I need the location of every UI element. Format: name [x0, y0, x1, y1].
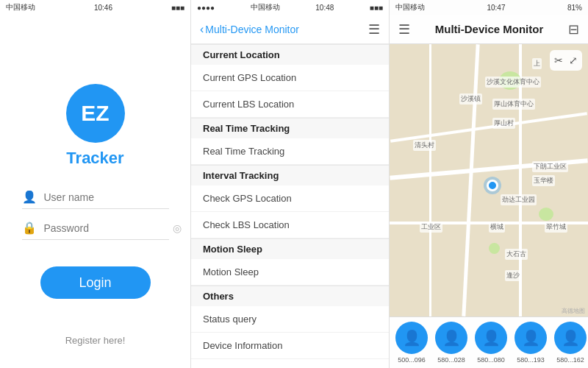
scissors-icon[interactable]: ✂ [554, 54, 563, 66]
menu-item-3-0[interactable]: Motion Sleep [191, 259, 389, 286]
app-logo: EZ [66, 84, 125, 143]
time-menu: 10:48 [315, 4, 334, 12]
map-label-10: 翠竹城 [545, 222, 567, 233]
expand-icon[interactable]: ⤢ [569, 54, 578, 66]
menu-section-header-0: Current Location [191, 44, 389, 65]
map-label-5: 玉华楼 [532, 175, 555, 186]
battery-menu: ■■■ [370, 4, 383, 12]
green-area-3 [489, 243, 500, 254]
menu-item-4-0[interactable]: Status query [191, 306, 389, 333]
carrier-map: 中国移动 [395, 2, 425, 13]
map-panel: 中国移动 10:47 81% ☰ Multi-Device Monitor ⊟ … [390, 0, 588, 368]
status-bar-login: 中国移动 10:46 ■■■ [0, 0, 190, 15]
menu-item-1-0[interactable]: Real Time Tracking [191, 138, 389, 165]
battery-map: 81% [567, 4, 582, 12]
lock-icon: 🔒 [22, 221, 37, 235]
menu-item-0-0[interactable]: Current GPS Location [191, 65, 389, 91]
avatar-label-0: 500...096 [398, 356, 426, 364]
avatar-icon-1: 👤 [435, 322, 467, 354]
status-bar-map: 中国移动 10:47 81% [390, 0, 588, 15]
map-label-2: 厚山村 [492, 118, 515, 129]
avatar-icon-0: 👤 [395, 322, 428, 354]
user-icon: 👤 [22, 190, 37, 204]
logo-text: EZ [81, 101, 109, 126]
menu-panel: ●●●● 中国移动 10:48 ■■■ ‹ Multi-Device Monit… [191, 0, 390, 368]
back-button[interactable]: ‹ Multi-Device Monitor [200, 23, 299, 36]
username-input[interactable] [44, 191, 173, 203]
app-name: Tracker [66, 149, 123, 168]
time-login: 10:46 [94, 4, 112, 12]
location-marker [487, 180, 498, 191]
map-label-6: 劲达工业园 [501, 194, 537, 205]
avatar-label-3: 580...193 [517, 356, 545, 364]
menu-section-header-4: Others [191, 286, 389, 306]
map-label-8: 横城 [489, 222, 505, 233]
time-map: 10:47 [487, 4, 505, 12]
password-row: 🔒 ◎ [22, 221, 169, 240]
map-label-3: 沙溪镇 [459, 93, 482, 105]
avatar-icon-4: 👤 [554, 322, 587, 354]
avatar-item-1[interactable]: 👤580...028 [435, 322, 467, 364]
map-label-1: 厚山体育中心 [492, 99, 535, 110]
road-v3 [429, 44, 431, 316]
avatar-label-2: 580...080 [477, 356, 505, 364]
menu-item-2-1[interactable]: Check LBS Location [191, 212, 389, 238]
menu-section-header-1: Real Time Tracking [191, 118, 389, 138]
menu-item-0-1[interactable]: Current LBS Location [191, 91, 389, 118]
menu-list-icon[interactable]: ☰ [368, 21, 380, 38]
login-panel: 中国移动 10:46 ■■■ EZ Tracker 👤 🔒 ◎ Login Re… [0, 0, 191, 368]
green-area-2 [539, 208, 553, 221]
map-label-12: 下朗工业区 [532, 161, 568, 172]
map-label-9: 大石古 [505, 249, 528, 260]
carrier-menu: 中国移动 [251, 2, 280, 13]
map-container[interactable]: 沙溪文化体育中心厚山体育中心厚山村沙溪镇清头村玉华楼劲达工业园工业区横城大石古翠… [390, 44, 588, 316]
menu-section-header-3: Motion Sleep [191, 238, 389, 259]
map-watermark: 高德地图 [562, 307, 585, 315]
avatar-icon-3: 👤 [514, 322, 547, 354]
password-input[interactable] [44, 222, 173, 234]
list-view-icon[interactable]: ⊟ [568, 21, 579, 38]
hamburger-icon[interactable]: ☰ [398, 21, 410, 38]
map-label-13: 上 [532, 58, 542, 69]
menu-list: Current LocationCurrent GPS LocationCurr… [191, 44, 389, 368]
avatar-label-1: 580...028 [437, 356, 465, 364]
status-bar-menu: ●●●● 中国移动 10:48 ■■■ [191, 0, 389, 15]
map-label-0: 沙溪文化体育中心 [485, 77, 541, 88]
map-label-7: 工业区 [420, 222, 442, 233]
avatar-item-0[interactable]: 👤500...096 [395, 322, 428, 364]
username-row: 👤 [22, 190, 169, 209]
map-nav-bar: ☰ Multi-Device Monitor ⊟ [390, 15, 588, 44]
register-link[interactable]: Register here! [65, 335, 126, 346]
carrier-login: 中国移动 [6, 2, 35, 13]
map-controls: ✂ ⤢ [550, 50, 582, 71]
map-bottom-bar: 👤500...096👤580...028👤580...080👤580...193… [390, 316, 588, 368]
battery-login: ■■■ [171, 4, 184, 12]
login-button[interactable]: Login [40, 266, 151, 299]
map-label-4: 清头村 [413, 140, 436, 151]
map-label-11: 逢沙 [505, 270, 521, 281]
back-label: Multi-Device Monitor [205, 24, 299, 35]
menu-item-2-0[interactable]: Check GPS Location [191, 185, 389, 212]
back-chevron-icon: ‹ [200, 23, 204, 36]
avatar-item-2[interactable]: 👤580...080 [475, 322, 507, 364]
menu-item-4-2[interactable]: Reset [191, 359, 389, 368]
eye-icon[interactable]: ◎ [173, 222, 182, 234]
menu-nav-bar: ‹ Multi-Device Monitor ☰ [191, 15, 389, 44]
menu-section-header-2: Interval Tracking [191, 165, 389, 185]
signal-menu: ●●●● [197, 4, 215, 12]
avatar-icon-2: 👤 [475, 322, 507, 354]
avatar-item-3[interactable]: 👤580...193 [514, 322, 547, 364]
avatar-item-4[interactable]: 👤580...162 [554, 322, 587, 364]
map-title: Multi-Device Monitor [410, 23, 568, 35]
avatar-label-4: 580...162 [556, 356, 584, 364]
menu-item-4-1[interactable]: Device Information [191, 333, 389, 359]
